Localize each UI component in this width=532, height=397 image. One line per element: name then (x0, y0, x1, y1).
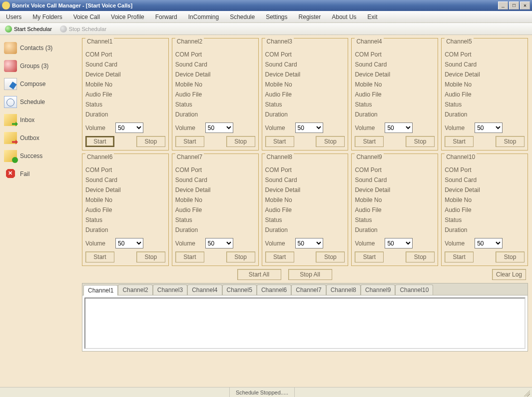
channel-title: Channel4 (355, 38, 383, 45)
volume-label: Volume (265, 240, 295, 247)
log-tab-channel6[interactable]: Channel6 (257, 284, 291, 295)
log-tab-channel9[interactable]: Channel9 (361, 284, 395, 295)
log-tab-channel3[interactable]: Channel3 (153, 284, 187, 295)
channel-field-label: Mobile No (355, 80, 435, 90)
volume-select[interactable]: 50 (475, 238, 503, 248)
channel-stop-button[interactable]: Stop (316, 252, 345, 262)
menu-item-my-folders[interactable]: My Folders (30, 12, 64, 22)
sidebar-item-inbox[interactable]: Inbox (2, 112, 78, 128)
log-textarea[interactable] (84, 298, 526, 349)
menu-item-users[interactable]: Users (4, 12, 23, 22)
log-tab-channel4[interactable]: Channel4 (187, 284, 222, 295)
channel-start-button[interactable]: Start (355, 252, 384, 262)
channel-start-button[interactable]: Start (175, 252, 204, 262)
sidebar-item-compose[interactable]: Compose (2, 76, 78, 92)
volume-select[interactable]: 50 (385, 238, 413, 248)
menu-item-forward[interactable]: Forward (153, 12, 179, 22)
channel-start-button[interactable]: Start (265, 136, 294, 147)
channel-field-label: Sound Card (355, 175, 435, 185)
sidebar-item-label: Success (20, 152, 42, 160)
channel-field-label: Audio File (265, 205, 345, 215)
menu-item-register[interactable]: Register (297, 12, 323, 22)
menu-item-voice-profile[interactable]: Voice Profile (109, 12, 146, 22)
close-button[interactable]: ✕ (520, 2, 530, 10)
channel-field-label: Device Detail (355, 185, 435, 195)
stop-all-button[interactable]: Stop All (288, 269, 332, 280)
menu-item-about-us[interactable]: About Us (330, 12, 358, 22)
global-button-row: Start All Stop All Clear Log (82, 266, 528, 283)
channel-field-label: Mobile No (175, 195, 255, 205)
groups-icon (4, 60, 17, 72)
channel-stop-button[interactable]: Stop (496, 252, 525, 262)
toolbar: Start Schedular Stop Schedular (0, 23, 532, 35)
start-scheduler-button[interactable]: Start Schedular (3, 24, 54, 34)
channel-field-label: Device Detail (445, 185, 525, 195)
menu-item-settings[interactable]: Settings (264, 12, 289, 22)
channel-button-row: StartStop (265, 136, 345, 147)
channel-stop-button[interactable]: Stop (226, 252, 255, 262)
volume-select[interactable]: 50 (205, 122, 233, 133)
log-tab-channel5[interactable]: Channel5 (222, 284, 257, 295)
volume-select[interactable]: 50 (295, 122, 323, 133)
channel-field-label: Sound Card (175, 60, 255, 70)
channel-field-label: Device Detail (445, 70, 525, 80)
maximize-button[interactable]: □ (509, 2, 519, 10)
log-tab-channel10[interactable]: Channel10 (395, 284, 433, 295)
channel-start-button[interactable]: Start (355, 136, 384, 147)
channel-stop-button[interactable]: Stop (316, 136, 345, 147)
sidebar-item-fail[interactable]: Fail (2, 166, 78, 182)
log-tab-channel1[interactable]: Channel1 (83, 285, 118, 296)
sidebar-item-success[interactable]: Success (2, 148, 78, 164)
channel-field-label: Sound Card (445, 175, 525, 185)
volume-select[interactable]: 50 (295, 238, 323, 248)
sidebar-item-schedule[interactable]: Schedule (2, 94, 78, 110)
start-all-button[interactable]: Start All (237, 269, 281, 280)
channel-field-label: Status (265, 215, 345, 225)
minimize-button[interactable]: _ (498, 2, 508, 10)
volume-select[interactable]: 50 (115, 238, 143, 248)
channel-start-button[interactable]: Start (265, 252, 294, 262)
channel-field-label: Audio File (175, 205, 255, 215)
channel-field-label: Mobile No (265, 80, 345, 90)
channel-stop-button[interactable]: Stop (226, 136, 255, 147)
log-tab-channel7[interactable]: Channel7 (291, 284, 326, 295)
log-tab-channel2[interactable]: Channel2 (118, 284, 152, 295)
volume-row: Volume50 (445, 238, 525, 248)
clear-log-button[interactable]: Clear Log (492, 269, 526, 280)
volume-select[interactable]: 50 (205, 238, 233, 248)
channel-start-button[interactable]: Start (85, 252, 114, 262)
channel-stop-button[interactable]: Stop (136, 136, 165, 147)
menu-item-voice-call[interactable]: Voice Call (71, 12, 102, 22)
channel-field-label: Device Detail (265, 185, 345, 195)
menu-item-schedule[interactable]: Schedule (228, 12, 257, 22)
sidebar-item-outbox[interactable]: Outbox (2, 130, 78, 146)
channel-field-label: Sound Card (85, 60, 165, 70)
sidebar-item-groups[interactable]: Groups (3) (2, 58, 78, 74)
menu-item-exit[interactable]: Exit (366, 12, 380, 22)
volume-label: Volume (355, 124, 385, 132)
channel-field-label: COM Port (85, 165, 165, 175)
status-bar: Schedule Stopped..... (0, 387, 532, 397)
volume-select[interactable]: 50 (475, 122, 503, 133)
channel-start-button[interactable]: Start (175, 136, 204, 147)
channel-start-button[interactable]: Start (445, 252, 474, 262)
menu-item-incomming[interactable]: InComming (186, 12, 221, 22)
channel-start-button[interactable]: Start (445, 136, 474, 147)
channel-field-label: COM Port (85, 50, 165, 60)
channel-stop-button[interactable]: Stop (496, 136, 525, 147)
channel-field-label: Sound Card (265, 175, 345, 185)
log-tab-channel8[interactable]: Channel8 (326, 284, 361, 295)
channel-stop-button[interactable]: Stop (136, 252, 165, 262)
volume-select[interactable]: 50 (115, 122, 143, 133)
sidebar-item-contacts[interactable]: Contacts (3) (2, 40, 78, 56)
resize-grip-icon[interactable] (522, 388, 530, 396)
channel-field-label: Status (355, 215, 435, 225)
channel-field-label: Sound Card (85, 175, 165, 185)
channel-field-label: Device Detail (355, 70, 435, 80)
channel-stop-button[interactable]: Stop (406, 252, 435, 262)
stop-scheduler-button[interactable]: Stop Schedular (58, 24, 108, 34)
channel-field-label: Duration (85, 110, 165, 120)
channel-start-button[interactable]: Start (85, 136, 114, 147)
channel-stop-button[interactable]: Stop (406, 136, 435, 147)
volume-select[interactable]: 50 (385, 122, 413, 133)
